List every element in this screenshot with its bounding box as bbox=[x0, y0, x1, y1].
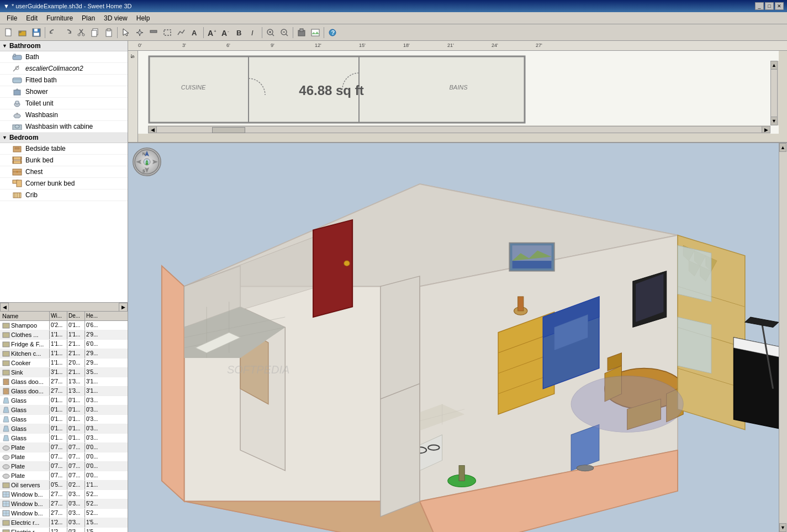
item-chest[interactable]: Chest bbox=[0, 166, 128, 178]
menu-furniture[interactable]: Furniture bbox=[42, 13, 77, 23]
table-row[interactable]: Glass 0'1... 0'1... 0'3... bbox=[0, 434, 128, 443]
import-bg-button[interactable] bbox=[309, 26, 322, 39]
select-button[interactable] bbox=[119, 26, 133, 39]
nav-compass[interactable]: N S bbox=[133, 148, 161, 176]
vscroll-down-button[interactable]: ▼ bbox=[770, 117, 778, 125]
item-escalier[interactable]: escalierColimacon2 bbox=[0, 63, 128, 75]
paste-button[interactable] bbox=[102, 26, 115, 39]
new-button[interactable] bbox=[2, 26, 15, 39]
item-toilet-unit[interactable]: Toilet unit bbox=[0, 98, 128, 109]
increase-text-button[interactable]: A+ bbox=[205, 26, 219, 39]
item-fitted-bath[interactable]: Fitted bath bbox=[0, 75, 128, 86]
hscroll-2d[interactable]: ◀ ▶ bbox=[148, 125, 770, 134]
decrease-text-button[interactable]: A- bbox=[219, 26, 233, 39]
redo-button[interactable] bbox=[61, 26, 74, 39]
svg-rect-13 bbox=[107, 29, 110, 31]
menu-3dview[interactable]: 3D view bbox=[99, 13, 132, 23]
close-button[interactable]: ✕ bbox=[775, 2, 784, 10]
italic-text-button[interactable]: I bbox=[247, 26, 260, 39]
vscroll-up-button[interactable]: ▲ bbox=[770, 61, 778, 70]
svg-rect-42 bbox=[14, 90, 20, 95]
zoom-in-button[interactable] bbox=[264, 26, 277, 39]
view-2d[interactable]: 0' 3' 6' 9' 12' 15' 18' 21' 24' 27' 5' bbox=[128, 41, 787, 143]
zoom-out-button[interactable] bbox=[278, 26, 291, 39]
table-row[interactable]: Glass doo... 2'7... 1'3... 3'1... bbox=[0, 377, 128, 387]
save-button[interactable] bbox=[30, 26, 43, 39]
hscroll-track[interactable] bbox=[157, 126, 762, 133]
vscroll-track[interactable] bbox=[770, 70, 778, 117]
item-bedside-table[interactable]: Bedside table bbox=[0, 143, 128, 155]
vscroll3d-track[interactable] bbox=[779, 152, 787, 523]
table-row[interactable]: Window b... 2'7... 0'3... 5'2... bbox=[0, 509, 128, 518]
scroll-right-button[interactable]: ▶ bbox=[119, 303, 128, 312]
vscroll-2d[interactable]: ▲ ▼ bbox=[770, 61, 779, 125]
menu-help[interactable]: Help bbox=[132, 13, 155, 23]
open-button[interactable] bbox=[16, 26, 29, 39]
category-bathroom[interactable]: ▼ Bathroom bbox=[0, 41, 128, 51]
minimize-button[interactable]: _ bbox=[755, 2, 764, 10]
vscroll-main[interactable]: ▲ ▼ bbox=[779, 143, 787, 532]
row-height-cell: 2'9... bbox=[85, 359, 106, 367]
table-row[interactable]: Electric r... 1'2... 0'3... 1'5... bbox=[0, 518, 128, 528]
table-row[interactable]: Glass 0'1... 0'1... 0'3... bbox=[0, 405, 128, 415]
table-row[interactable]: Shampoo 0'2... 0'1... 0'6... bbox=[0, 321, 128, 330]
menu-plan[interactable]: Plan bbox=[77, 13, 99, 23]
view-3d[interactable]: N S SOFTPEDIA bbox=[128, 143, 787, 532]
table-row[interactable]: Plate 0'7... 0'7... 0'0... bbox=[0, 443, 128, 452]
category-bedroom[interactable]: ▼ Bedroom bbox=[0, 133, 128, 143]
item-shower[interactable]: Shower bbox=[0, 86, 128, 98]
row-name-cell: Shampoo bbox=[0, 321, 50, 330]
table-row[interactable]: Window b... 2'7... 0'3... 5'2... bbox=[0, 490, 128, 499]
help-button[interactable]: ? bbox=[326, 26, 339, 39]
menu-edit[interactable]: Edit bbox=[22, 13, 42, 23]
canvas-2d[interactable]: 46.88 sq ft CUISINE BAINS ◀ ▶ ▲ bbox=[138, 51, 779, 134]
vscroll3d-down-button[interactable]: ▼ bbox=[779, 523, 786, 532]
table-row[interactable]: Electric r... 1'2... 0'3... 1'5... bbox=[0, 528, 128, 532]
table-row[interactable]: Plate 0'7... 0'7... 0'0... bbox=[0, 471, 128, 481]
table-row[interactable]: Glass 0'1... 0'1... 0'3... bbox=[0, 424, 128, 434]
row-height-cell: 3'5... bbox=[85, 368, 106, 377]
undo-button[interactable] bbox=[47, 26, 60, 39]
maximize-button[interactable]: □ bbox=[765, 2, 774, 10]
row-name-label: Glass bbox=[11, 425, 27, 432]
scroll-left-button[interactable]: ◀ bbox=[0, 303, 9, 312]
cut-button[interactable] bbox=[75, 26, 88, 39]
hscroll-right-button[interactable]: ▶ bbox=[762, 126, 770, 133]
row-name-cell: Kitchen c... bbox=[0, 349, 50, 358]
import-furniture-button[interactable] bbox=[295, 26, 308, 39]
pan-button[interactable] bbox=[133, 26, 146, 39]
vscroll3d-up-button[interactable]: ▲ bbox=[779, 143, 786, 152]
item-crib[interactable]: Crib bbox=[0, 189, 128, 201]
row-icon bbox=[2, 435, 10, 441]
table-row[interactable]: Oil servers 0'5... 0'2... 1'1... bbox=[0, 481, 128, 490]
table-row[interactable]: Window b... 2'7... 0'3... 5'2... bbox=[0, 499, 128, 509]
table-row[interactable]: Clothes ... 1'1... 1'1... 2'9... bbox=[0, 330, 128, 340]
table-row[interactable]: Cooker 1'1... 2'0... 2'9... bbox=[0, 359, 128, 368]
item-washbasin[interactable]: Washbasin bbox=[0, 109, 128, 121]
copy-button[interactable] bbox=[88, 26, 102, 39]
hscroll-left-button[interactable]: ◀ bbox=[148, 126, 157, 133]
row-icon bbox=[2, 341, 10, 347]
table-row[interactable]: Glass doo... 2'7... 1'3... 3'1... bbox=[0, 387, 128, 396]
add-text-button[interactable]: A bbox=[188, 26, 202, 39]
svg-rect-38 bbox=[14, 54, 15, 56]
draw-wall-button[interactable] bbox=[147, 26, 160, 39]
table-row[interactable]: Plate 0'7... 0'7... 0'0... bbox=[0, 462, 128, 471]
item-bunk-bed[interactable]: Bunk bed bbox=[0, 155, 128, 166]
item-washbasin-cabinet[interactable]: Washbasin with cabine bbox=[0, 121, 128, 133]
table-row[interactable]: Glass 0'1... 0'1... 0'3... bbox=[0, 396, 128, 405]
bold-text-button[interactable]: B bbox=[233, 26, 246, 39]
table-row[interactable]: Fridge & F... 1'1... 2'1... 6'0... bbox=[0, 340, 128, 349]
hscroll-thumb[interactable] bbox=[212, 127, 245, 133]
menu-file[interactable]: File bbox=[2, 13, 22, 23]
item-corner-bunk-bed[interactable]: Corner bunk bed bbox=[0, 178, 128, 189]
arrow-bathroom: ▼ bbox=[2, 43, 7, 49]
row-name-label: Clothes ... bbox=[11, 331, 39, 338]
table-row[interactable]: Sink 3'1... 2'1... 3'5... bbox=[0, 368, 128, 377]
table-row[interactable]: Plate 0'7... 0'7... 0'0... bbox=[0, 452, 128, 462]
table-row[interactable]: Kitchen c... 1'1... 2'1... 2'9... bbox=[0, 349, 128, 359]
item-bath[interactable]: Bath bbox=[0, 51, 128, 63]
draw-room-button[interactable] bbox=[161, 26, 174, 39]
draw-polyline-button[interactable] bbox=[175, 26, 188, 39]
table-row[interactable]: Glass 0'1... 0'1... 0'3... bbox=[0, 415, 128, 424]
